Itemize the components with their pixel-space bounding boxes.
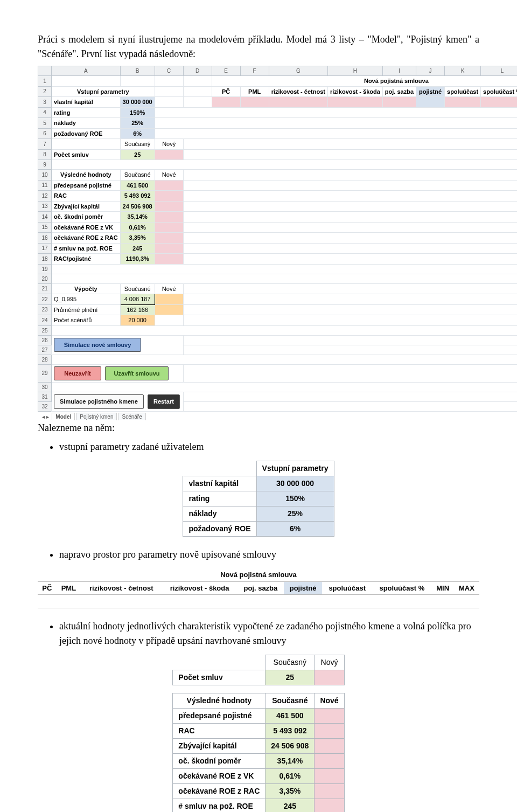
close-contract-button[interactable]: Uzavřít smlouvu — [105, 366, 169, 381]
results-table: SoučasnýNový Počet smluv25 Výsledné hodn… — [172, 655, 344, 813]
new-contract-header-row: Nová pojistná smlouva PČ PML rizikovost … — [38, 568, 479, 608]
sim-new-button[interactable]: Simulace nové smlouvy — [54, 338, 141, 352]
intro-paragraph: Práci s modelem si nyní ilustrujeme na m… — [38, 32, 479, 61]
sim-kmen-button[interactable]: Simulace pojistného kmene — [54, 394, 144, 409]
pojistne-hdr: pojistné — [416, 86, 445, 97]
no-close-button[interactable]: Neuzavřít — [54, 366, 101, 381]
bullet-1: vstupní parametry zadané uživatelem — [59, 440, 479, 454]
bullet-3: aktuální hodnoty jednotlivých charakteri… — [59, 619, 479, 648]
new-contract-title: Nová pojistná smlouva — [212, 76, 517, 87]
restart-button[interactable]: Restart — [148, 394, 180, 409]
bullet-2: napravo prostor pro parametry nově upiso… — [59, 547, 479, 562]
input-params-title: Vstupní parametry — [52, 86, 155, 97]
sheet-tabs[interactable]: ◂ ▸ ModelPojistný kmenScénáře — [38, 413, 479, 421]
find-heading: Nalezneme na něm: — [38, 421, 479, 435]
spreadsheet-model: AB CD EF GH IJ KL MN 1 Nová pojistná sml… — [38, 66, 517, 412]
input-params-table: Vstupní parametry vlastní kapitál30 000 … — [183, 461, 334, 537]
